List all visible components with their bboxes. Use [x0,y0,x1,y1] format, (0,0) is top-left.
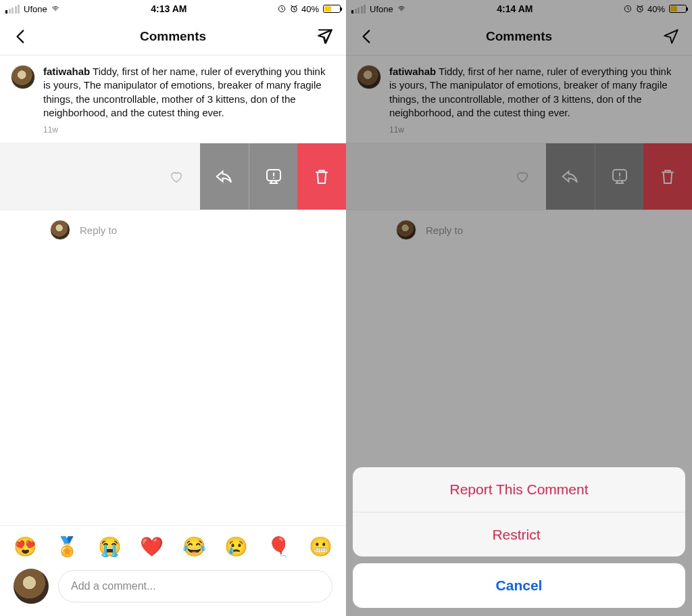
carrier-label: Ufone [24,4,47,14]
alarm-icon [289,4,299,14]
clock-time: 4:14 AM [497,3,533,14]
nav-header: Comments [346,18,692,55]
report-action-button[interactable] [595,143,643,210]
emoji-quickbar: 😍 🏅 😭 ❤️ 😂 😢 🎈 😬 [0,526,346,563]
status-bar: Ufone 4:14 AM 40% [346,0,692,18]
reply-action-button[interactable] [546,143,595,210]
delete-action-button[interactable] [297,143,346,210]
avatar[interactable] [11,65,35,89]
emoji-option[interactable]: 😍 [14,536,37,558]
avatar[interactable] [50,220,70,240]
battery-icon [323,5,341,13]
paper-plane-icon [316,28,334,45]
avatar[interactable] [396,220,416,240]
post-username[interactable]: fatiwahab [43,66,90,77]
post-age: 11w [0,125,346,143]
emoji-option[interactable]: 🏅 [55,536,79,558]
emoji-option[interactable]: ❤️ [140,536,164,558]
nav-header: Comments [0,18,346,55]
swiped-comment-row[interactable] [0,143,346,210]
composer-area: 😍 🏅 😭 ❤️ 😂 😢 🎈 😬 Add a comment... [0,525,346,616]
wifi-icon [396,5,407,13]
orientation-lock-icon [277,4,287,14]
swipe-actions [200,143,346,210]
emoji-option[interactable]: 🎈 [267,536,291,558]
avatar [14,569,49,604]
composer-row: Add a comment... [0,563,346,616]
signal-icon [5,5,20,14]
reply-action-button[interactable] [200,143,249,210]
post-username[interactable]: fatiwahab [389,66,436,77]
reply-row: Reply to [346,210,692,240]
delete-action-button[interactable] [643,143,692,210]
share-button[interactable] [660,25,683,48]
post-caption: fatiwahab Tiddy, first of her name, rule… [389,65,681,120]
alarm-icon [635,4,645,14]
avatar[interactable] [357,65,381,89]
report-icon [264,166,284,187]
page-title: Comments [140,29,206,44]
swipe-actions [546,143,692,210]
swiped-comment-row[interactable] [346,143,692,210]
share-button[interactable] [314,25,337,48]
reply-to-label[interactable]: Reply to [426,224,463,236]
back-button[interactable] [9,25,32,48]
action-sheet-options: Report This Comment Restrict [353,467,685,556]
phone-right: Ufone 4:14 AM 40% Comments fatiwahab Tid… [346,0,692,616]
wifi-icon [50,5,61,13]
chevron-left-icon [12,28,30,45]
post-caption: fatiwahab Tiddy, first of her name, rule… [43,65,335,120]
battery-icon [669,5,687,13]
post-caption-row: fatiwahab Tiddy, first of her name, rule… [346,55,692,125]
report-comment-option[interactable]: Report This Comment [353,467,685,512]
emoji-option[interactable]: 😢 [224,536,248,558]
restrict-option[interactable]: Restrict [353,512,685,556]
emoji-option[interactable]: 😭 [98,536,122,558]
action-sheet: Report This Comment Restrict Cancel [353,467,685,608]
signal-icon [351,5,366,14]
phone-left: Ufone 4:13 AM 40% Comments fatiwahab Tid… [0,0,346,616]
cancel-button[interactable]: Cancel [353,563,685,608]
status-bar: Ufone 4:13 AM 40% [0,0,346,18]
battery-percent: 40% [647,4,665,14]
reply-icon [214,166,234,187]
post-age: 11w [346,125,692,143]
chevron-left-icon [358,28,376,45]
post-caption-row: fatiwahab Tiddy, first of her name, rule… [0,55,346,125]
reply-to-label[interactable]: Reply to [80,224,117,236]
heart-icon[interactable] [515,169,530,184]
heart-icon[interactable] [169,169,184,184]
page-title: Comments [486,29,552,44]
report-action-button[interactable] [249,143,297,210]
clock-time: 4:13 AM [151,3,187,14]
report-icon [610,166,630,187]
trash-icon [312,166,332,187]
restrict-label: Restrict [492,527,540,543]
comment-body [0,143,200,210]
paper-plane-icon [662,28,680,45]
reply-icon [560,166,580,187]
comment-input[interactable]: Add a comment... [58,570,332,602]
battery-percent: 40% [301,4,319,14]
emoji-option[interactable]: 😬 [309,536,332,558]
reply-row: Reply to [0,210,346,240]
orientation-lock-icon [623,4,633,14]
back-button[interactable] [355,25,378,48]
carrier-label: Ufone [370,4,393,14]
trash-icon [658,166,678,187]
emoji-option[interactable]: 😂 [182,536,206,558]
comment-body [346,143,546,210]
